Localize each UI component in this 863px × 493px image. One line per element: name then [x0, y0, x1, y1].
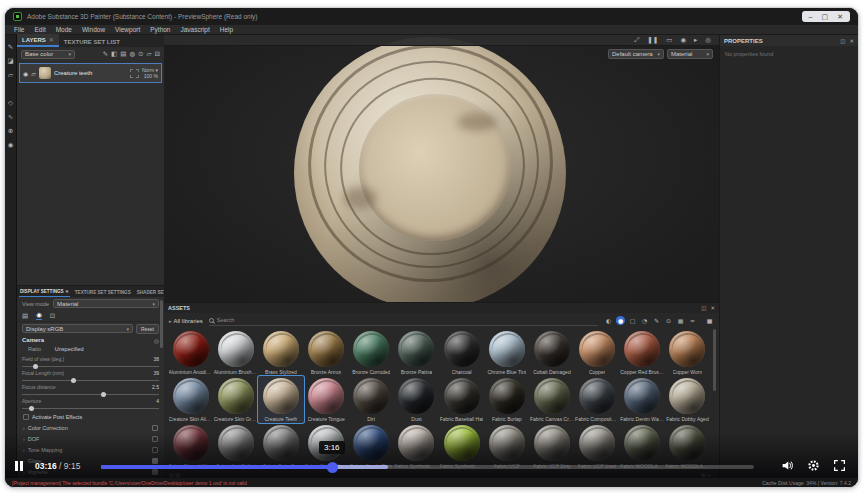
tab-layers[interactable]: LAYERS✕ [17, 34, 59, 47]
post-effect-checkbox[interactable] [152, 447, 158, 453]
maximize-button[interactable]: ▢ [822, 13, 829, 20]
material-tile[interactable]: Fabric Dobby Aged [665, 376, 710, 423]
pause-button[interactable] [15, 461, 23, 471]
material-tile[interactable]: Bronze Corroded [349, 329, 394, 376]
material-tile[interactable]: Chrome Blue Tint [484, 329, 529, 376]
slider-handle[interactable] [29, 406, 34, 411]
slider-track[interactable] [22, 380, 159, 381]
render-region-icon[interactable]: ▭ [666, 36, 672, 44]
slider-track[interactable] [22, 408, 159, 409]
polygon-fill-tool-icon[interactable]: ◇ [8, 99, 13, 107]
fullscreen-icon[interactable] [833, 459, 846, 472]
channel-filter-dropdown[interactable]: Base color▾ [21, 50, 75, 59]
filter-alphas-icon[interactable]: ⊙ [664, 316, 673, 325]
expand-icon[interactable]: › [23, 425, 25, 431]
material-tile[interactable]: Dirt [349, 376, 394, 423]
projection-tool-icon[interactable]: ▱ [8, 71, 13, 79]
material-tile[interactable]: Fabric Composite Bo... [575, 376, 620, 423]
smudge-tool-icon[interactable]: ∿ [8, 113, 13, 121]
grid-view-icon[interactable]: ▦ [705, 316, 714, 325]
color-profile-dropdown[interactable]: Display sRGB▾ [22, 324, 133, 333]
clone-tool-icon[interactable]: ⊕ [8, 127, 13, 135]
filter-environments-icon[interactable]: ≈ [688, 316, 697, 325]
shader-select-dropdown[interactable]: Material▾ [667, 49, 713, 59]
slider-handle[interactable] [101, 392, 106, 397]
filter-all-assets-icon[interactable]: ◐ [604, 316, 613, 325]
add-fill-layer-icon[interactable]: ◧ [111, 50, 117, 58]
delete-layer-icon[interactable]: ⊟ [155, 50, 160, 58]
pin-panel-icon[interactable]: ◫ [701, 305, 706, 311]
menu-item-mode[interactable]: Mode [56, 26, 72, 33]
material-picker-tool-icon[interactable]: ◉ [8, 141, 14, 149]
slider-track[interactable] [22, 394, 159, 395]
pause-engine-icon[interactable]: ❚❚ [647, 36, 658, 44]
slider-value[interactable]: 2.5 [152, 384, 159, 390]
settings-gear-icon[interactable] [807, 459, 820, 472]
camera-select-dropdown[interactable]: Default camera▾ [608, 49, 664, 59]
camera-target-icon[interactable]: ◎ [154, 337, 159, 344]
close-tab-icon[interactable]: ✕ [49, 37, 54, 43]
ratio-value[interactable]: Unspecified [55, 346, 84, 352]
volume-icon[interactable] [781, 459, 794, 472]
material-tile[interactable]: Creature Tongue [304, 376, 349, 423]
material-tile[interactable]: Fabric Canvas Creased [529, 376, 574, 423]
material-tile[interactable]: Copper Worn [665, 329, 710, 376]
post-effect-checkbox[interactable] [152, 436, 158, 442]
slider-value[interactable]: 38 [153, 356, 159, 362]
material-tile[interactable]: Fabric Baseball Hat [439, 376, 484, 423]
material-tile[interactable]: Creature Skin Green ... [213, 376, 258, 423]
material-preview-mesh[interactable] [294, 37, 566, 302]
material-tile[interactable]: Fabric Burlap [484, 376, 529, 423]
seek-handle[interactable] [327, 462, 338, 473]
layer-mask-placeholder[interactable] [130, 69, 139, 78]
menu-item-window[interactable]: Window [82, 26, 105, 33]
material-tile[interactable]: Copper Red Brushed [620, 329, 665, 376]
menu-item-python[interactable]: Python [150, 26, 170, 33]
menu-item-javascript[interactable]: Javascript [181, 26, 210, 33]
seek-bar[interactable] [101, 465, 754, 469]
close-panel-icon[interactable]: ✕ [849, 38, 854, 44]
filter-smart-materials-icon[interactable]: ▢ [628, 316, 637, 325]
filter-brushes-icon[interactable]: ✎ [652, 316, 661, 325]
viewport-settings-icon[interactable]: ⊡ [50, 312, 55, 320]
expand-viewport-icon[interactable]: ⤢ [634, 36, 639, 44]
close-button[interactable]: ✕ [837, 13, 843, 20]
library-dropdown[interactable]: ▸All libraries [169, 318, 203, 324]
assets-scrollbar[interactable] [713, 329, 716, 391]
layer-row[interactable]: ◉ ▱ Creature teeth Norm ▾ 100 % [20, 64, 161, 82]
expand-icon[interactable]: › [23, 447, 25, 453]
layer-opacity-value[interactable]: 100 % [144, 73, 158, 80]
material-tile[interactable]: Creature Teeth [258, 376, 303, 423]
paint-tool-icon[interactable]: ✎ [8, 43, 13, 51]
expand-icon[interactable]: › [23, 436, 25, 442]
add-smart-material-icon[interactable]: ◍ [129, 50, 135, 58]
material-tile[interactable]: Bronze Patina [394, 329, 439, 376]
activate-post-effects-checkbox[interactable] [23, 414, 29, 420]
tab-texture-set-list[interactable]: TEXTURE SET LIST [59, 37, 125, 47]
pin-panel-icon[interactable]: ◫ [840, 38, 845, 44]
environment-settings-icon[interactable]: ▤ [22, 312, 28, 320]
menu-item-viewport[interactable]: Viewport [115, 26, 140, 33]
viewport-3d[interactable]: ⤢❚❚▭◉▸◎ Default camera▾ Material▾ [164, 35, 719, 302]
video-capture-icon[interactable]: ▸ [694, 36, 697, 44]
material-tile[interactable]: Charcoal [439, 329, 484, 376]
material-tile[interactable]: Cobalt Damaged [529, 329, 574, 376]
material-tile[interactable]: Fabric Denim Washe... [620, 376, 665, 423]
menu-item-help[interactable]: Help [220, 26, 233, 33]
tab-texture-set-settings[interactable]: TEXTURE SET SETTINGS [74, 288, 132, 297]
filter-smart-masks-icon[interactable]: ◔ [640, 316, 649, 325]
minimize-button[interactable]: – [809, 13, 813, 20]
filter-textures-icon[interactable]: ▦ [676, 316, 685, 325]
search-input[interactable] [217, 317, 598, 323]
material-tile[interactable]: Aluminium Anodize... [168, 329, 213, 376]
reset-button[interactable]: Reset [136, 324, 159, 334]
add-folder-icon[interactable]: ▱ [147, 50, 152, 58]
slider-handle[interactable] [33, 364, 38, 369]
material-tile[interactable]: Aluminium Brushed ... [213, 329, 258, 376]
layer-visibility-icon[interactable]: ◉ [23, 70, 28, 77]
close-panel-icon[interactable]: ✕ [710, 305, 715, 311]
post-effect-checkbox[interactable] [152, 425, 158, 431]
material-tile[interactable]: Dust [394, 376, 439, 423]
slider-track[interactable] [22, 366, 159, 367]
menu-item-file[interactable]: File [14, 26, 24, 33]
